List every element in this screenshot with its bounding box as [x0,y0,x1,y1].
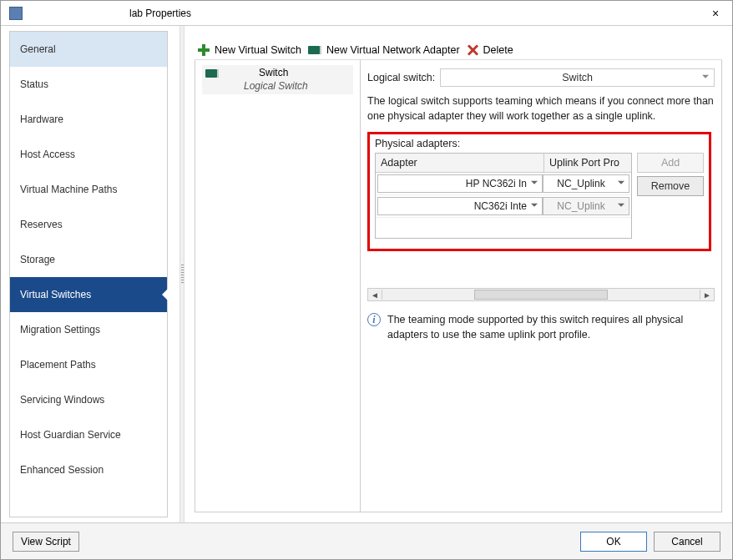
col-adapter[interactable]: Adapter [376,154,544,172]
nav-item-general[interactable]: General [10,32,167,67]
content-pane: New Virtual Switch New Virtual Network A… [185,26,732,522]
nav-item-servicing[interactable]: Servicing Windows [10,382,167,417]
nav-item-vm-paths[interactable]: Virtual Machine Paths [10,172,167,207]
info-text: The teaming mode supported by this switc… [387,313,715,342]
nav-label: Reserves [20,219,63,230]
adapter-combo[interactable]: HP NC362i In [377,174,543,193]
nav-label: Virtual Machine Paths [20,184,118,195]
table-row[interactable]: NC362i Inte NC_Uplink [376,195,631,218]
chevron-down-icon [702,75,709,82]
nav-item-migration[interactable]: Migration Settings [10,312,167,347]
footer: View Script OK Cancel [1,522,732,559]
ok-button[interactable]: OK [580,532,647,552]
network-adapter-icon [308,46,321,54]
nav-item-storage[interactable]: Storage [10,242,167,277]
nav-label: Servicing Windows [20,394,104,406]
uplink-combo: NC_Uplink [543,197,629,215]
logical-switch-description: The logical switch supports teaming whic… [367,93,715,124]
uplink-combo[interactable]: NC_Uplink [543,174,629,193]
combo-value: Switch [562,72,593,83]
toolbar: New Virtual Switch New Virtual Network A… [195,41,722,60]
delete-icon [467,44,478,56]
window-title: lab Properties [29,8,699,19]
toolbar-label: Delete [483,44,513,56]
combo-value: NC362i Inte [474,200,527,212]
nav-item-virtual-switches[interactable]: Virtual Switches [10,277,167,312]
chevron-down-icon [618,181,624,188]
new-virtual-network-adapter-button[interactable]: New Virtual Network Adapter [308,44,460,56]
switch-entry[interactable]: Switch Logical Switch [202,65,353,94]
combo-value: NC_Uplink [557,200,604,212]
chevron-down-icon [531,181,538,188]
chevron-down-icon [618,204,624,210]
nav-label: Enhanced Session [20,464,104,476]
switch-subtitle: Logical Switch [225,80,308,93]
nav-label: Host Guardian Service [20,429,121,441]
remove-button[interactable]: Remove [637,176,704,196]
nav-label: Storage [20,254,55,265]
info-icon: i [367,313,381,326]
close-icon[interactable]: × [699,7,732,20]
table-row[interactable]: HP NC362i In NC_Uplink [376,173,631,195]
nav-list: General Status Hardware Host Access Virt… [9,31,168,517]
add-button: Add [637,153,704,173]
nav-label: Host Access [20,149,75,160]
nav-item-reserves[interactable]: Reserves [10,207,167,242]
nav-label: Migration Settings [20,324,100,335]
app-icon [9,7,23,20]
plus-icon [198,44,210,56]
logical-switch-label: Logical switch: [367,72,435,83]
nav-label: Placement Paths [20,359,96,371]
title-bar: lab Properties × [1,1,732,26]
splitter[interactable] [179,26,185,522]
nav-item-hardware[interactable]: Hardware [10,102,167,137]
col-uplink[interactable]: Uplink Port Pro [544,154,631,172]
nav-label: Status [20,78,48,90]
nav-pane: General Status Hardware Host Access Virt… [1,26,168,522]
physical-adapters-label: Physical adapters: [375,138,704,149]
adapters-table: Adapter Uplink Port Pro HP NC362i In [375,153,632,239]
toolbar-label: New Virtual Switch [215,44,301,56]
switch-name: Switch [225,67,308,80]
switch-list: Switch Logical Switch [195,60,361,512]
nav-item-host-guardian[interactable]: Host Guardian Service [10,417,167,452]
network-adapter-icon [205,69,219,78]
combo-value: NC_Uplink [557,178,604,189]
horizontal-scrollbar[interactable]: ◄ ► [367,288,715,301]
nav-item-host-access[interactable]: Host Access [10,137,167,172]
view-script-button[interactable]: View Script [13,532,79,552]
logical-switch-combo[interactable]: Switch [440,68,715,87]
highlight-box: Physical adapters: Adapter Uplink Port P… [367,132,711,251]
cancel-button[interactable]: Cancel [654,532,720,552]
adapter-combo[interactable]: NC362i Inte [377,197,543,215]
nav-label: Hardware [20,114,63,125]
nav-item-placement[interactable]: Placement Paths [10,347,167,382]
switch-detail: Logical switch: Switch The logical switc… [361,60,721,512]
scroll-thumb[interactable] [474,290,608,300]
nav-label: General [20,43,56,55]
nav-item-status[interactable]: Status [10,67,167,102]
toolbar-label: New Virtual Network Adapter [326,44,460,56]
new-virtual-switch-button[interactable]: New Virtual Switch [198,44,301,56]
nav-item-enhanced-session[interactable]: Enhanced Session [10,452,167,487]
scroll-right-icon[interactable]: ► [700,290,714,300]
info-message: i The teaming mode supported by this swi… [367,313,715,342]
nav-label: Virtual Switches [20,289,91,300]
combo-value: HP NC362i In [466,178,527,189]
delete-button[interactable]: Delete [467,44,513,56]
chevron-down-icon [531,204,538,210]
scroll-left-icon[interactable]: ◄ [368,290,382,300]
